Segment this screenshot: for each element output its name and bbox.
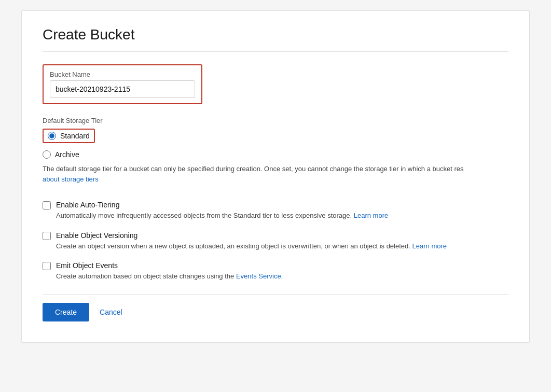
storage-tier-section: Default Storage Tier Standard Archive Th…: [43, 117, 508, 184]
bucket-name-field-wrapper: Bucket Name: [43, 64, 202, 104]
radio-archive-label[interactable]: Archive: [55, 150, 79, 159]
object-versioning-learn-more-link[interactable]: Learn more: [412, 242, 447, 250]
storage-tiers-link[interactable]: about storage tiers: [43, 175, 99, 183]
emit-events-title: Emit Object Events: [56, 261, 283, 270]
checkbox-section: Enable Auto-Tiering Automatically move i…: [43, 195, 508, 282]
emit-events-option: Emit Object Events Create automation bas…: [43, 261, 508, 282]
radio-standard-label[interactable]: Standard: [60, 132, 90, 140]
cancel-button[interactable]: Cancel: [100, 308, 122, 316]
storage-tier-info: The default storage tier for a bucket ca…: [43, 164, 489, 184]
emit-events-content: Emit Object Events Create automation bas…: [56, 261, 283, 282]
storage-tier-label: Default Storage Tier: [43, 117, 508, 124]
object-versioning-desc: Create an object version when a new obje…: [56, 241, 447, 251]
radio-archive-input[interactable]: [43, 150, 51, 159]
radio-archive-option[interactable]: Archive: [43, 150, 508, 159]
object-versioning-content: Enable Object Versioning Create an objec…: [56, 231, 447, 251]
auto-tiering-desc: Automatically move infrequently accessed…: [56, 211, 388, 221]
emit-events-checkbox[interactable]: [43, 262, 51, 270]
bucket-name-section: Bucket Name: [43, 64, 508, 104]
radio-standard-input[interactable]: [48, 132, 56, 140]
object-versioning-checkbox[interactable]: [43, 232, 51, 240]
create-button[interactable]: Create: [43, 303, 89, 321]
create-bucket-card: Create Bucket Bucket Name Default Storag…: [21, 10, 530, 343]
object-versioning-title: Enable Object Versioning: [56, 231, 447, 240]
auto-tiering-title: Enable Auto-Tiering: [56, 201, 388, 209]
emit-events-desc: Create automation based on object state …: [56, 271, 283, 282]
footer-actions: Create Cancel: [43, 294, 508, 321]
auto-tiering-checkbox[interactable]: [43, 201, 51, 209]
auto-tiering-learn-more-link[interactable]: Learn more: [354, 212, 388, 219]
object-versioning-option: Enable Object Versioning Create an objec…: [43, 231, 508, 251]
bucket-name-input[interactable]: [50, 80, 195, 98]
page-title: Create Bucket: [43, 26, 508, 52]
page-container: Create Bucket Bucket Name Default Storag…: [0, 0, 551, 392]
bucket-name-label: Bucket Name: [50, 71, 195, 78]
radio-standard-option[interactable]: Standard: [43, 129, 95, 143]
events-service-link[interactable]: Events Service.: [236, 272, 283, 280]
auto-tiering-option: Enable Auto-Tiering Automatically move i…: [43, 201, 508, 221]
auto-tiering-content: Enable Auto-Tiering Automatically move i…: [56, 201, 388, 221]
